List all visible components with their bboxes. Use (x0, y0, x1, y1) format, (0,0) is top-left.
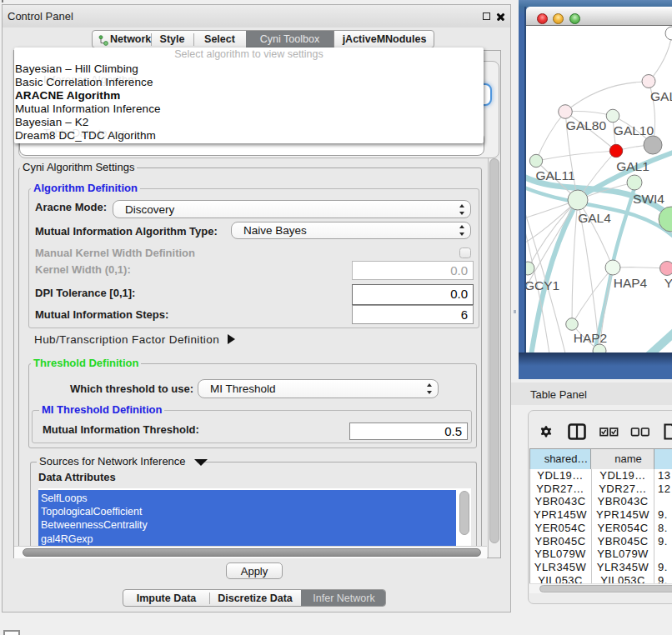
svg-text:GAL10: GAL10 (614, 123, 654, 138)
svg-text:GAL2: GAL2 (650, 89, 672, 103)
svg-text:HAP2: HAP2 (574, 331, 608, 345)
svg-text:HAP4: HAP4 (614, 276, 648, 290)
svg-text:SWI4: SWI4 (633, 192, 664, 206)
svg-text:GAL11: GAL11 (535, 168, 574, 182)
svg-text:Y: Y (664, 276, 672, 290)
svg-text:GAL1: GAL1 (616, 159, 649, 173)
svg-text:GAL4: GAL4 (578, 211, 611, 225)
svg-text:GAL80: GAL80 (566, 118, 607, 132)
svg-text:GCY1: GCY1 (526, 278, 559, 292)
